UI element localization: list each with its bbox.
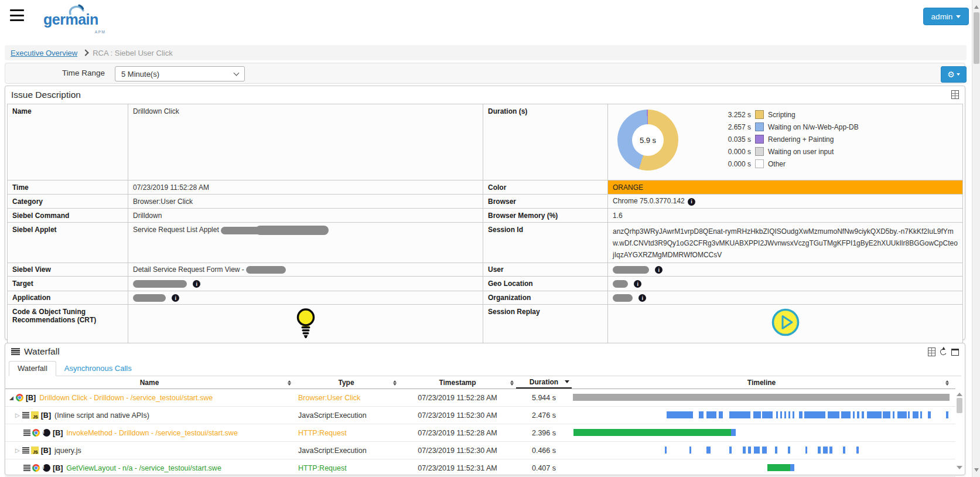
waterfall-panel-title: Waterfall bbox=[11, 346, 60, 357]
timeline-bar bbox=[743, 447, 746, 454]
export-icon[interactable] bbox=[951, 90, 959, 99]
tab-waterfall[interactable]: Waterfall bbox=[9, 361, 56, 376]
settings-button[interactable]: ⚙ bbox=[941, 66, 967, 83]
play-icon[interactable] bbox=[771, 308, 800, 337]
export-icon[interactable] bbox=[928, 347, 935, 356]
field-value-time: 07/23/2019 11:52:28 AM bbox=[128, 180, 483, 195]
timeline-bar bbox=[823, 447, 828, 454]
sort-icon bbox=[288, 379, 291, 387]
chrome-icon bbox=[16, 394, 23, 401]
page-scrollbar[interactable] bbox=[972, 0, 980, 477]
field-label-siebel-view: Siebel View bbox=[8, 263, 128, 277]
row-duration: 2.396 s bbox=[516, 429, 572, 437]
legend-value: 0.035 s bbox=[697, 135, 751, 144]
field-value-crt bbox=[128, 305, 483, 344]
maximize-icon[interactable] bbox=[951, 349, 959, 356]
timeline-bar bbox=[748, 447, 751, 454]
row-name-link[interactable]: InvokeMethod - Drilldown - /service_test… bbox=[66, 429, 237, 437]
timeline-bar bbox=[667, 411, 693, 418]
hamburger-menu-icon[interactable] bbox=[10, 9, 24, 21]
column-header-name[interactable]: Name bbox=[5, 376, 293, 389]
breadcrumb-link-executive-overview[interactable]: Executive Overview bbox=[11, 49, 77, 57]
field-value-browser: Chrome 75.0.3770.142 i bbox=[608, 195, 963, 209]
legend-label: Scripting bbox=[768, 111, 795, 119]
timeline-bar bbox=[665, 447, 667, 454]
timeline-bar bbox=[573, 394, 950, 401]
info-icon[interactable]: i bbox=[688, 198, 695, 206]
scrollbar-thumb[interactable] bbox=[957, 398, 962, 413]
column-header-timestamp[interactable]: Timestamp bbox=[399, 376, 516, 389]
tab-asynchronous-calls[interactable]: Asynchronous Calls bbox=[56, 362, 140, 376]
expand-caret-icon[interactable]: ▷ bbox=[15, 412, 20, 418]
redacted-text bbox=[133, 280, 187, 288]
row-timeline bbox=[572, 459, 951, 476]
table-row: ▷ JS [B] (Inline script and native APIs)… bbox=[5, 407, 955, 424]
lightbulb-icon[interactable] bbox=[295, 308, 317, 340]
admin-menu-button[interactable]: admin bbox=[923, 8, 969, 25]
timeline-bar bbox=[908, 411, 910, 418]
row-name-link[interactable]: jquery.js bbox=[54, 447, 81, 455]
legend-label: Rendering + Painting bbox=[768, 135, 834, 144]
logo-subtext: APM bbox=[94, 30, 105, 34]
row-name-link[interactable]: Drilldown Click - Drilldown - /service_t… bbox=[39, 394, 213, 402]
scroll-down-icon[interactable] bbox=[974, 468, 979, 474]
column-header-type[interactable]: Type bbox=[293, 376, 399, 389]
row-name-link[interactable]: GetViewLayout - n/a - /service_testoui/s… bbox=[66, 464, 221, 472]
info-icon[interactable]: i bbox=[634, 280, 641, 288]
row-timestamp: 07/23/2019 11:52:31 AM bbox=[399, 464, 516, 472]
time-range-select[interactable]: 5 Minute(s) bbox=[115, 66, 245, 81]
list-icon bbox=[23, 465, 30, 471]
row-timestamp: 07/23/2019 11:52:28 AM bbox=[399, 429, 516, 437]
germain-logo[interactable]: germain APM bbox=[43, 7, 108, 32]
browser-badge: [B] bbox=[53, 464, 63, 472]
timeline-bar bbox=[780, 411, 782, 418]
redacted-text bbox=[613, 280, 628, 288]
timeline-bar bbox=[767, 464, 791, 471]
chevron-down-icon bbox=[234, 70, 240, 76]
timeline-bar bbox=[843, 447, 845, 454]
waterfall-tabs: Waterfall Asynchronous Calls bbox=[9, 360, 961, 376]
timeline-bar bbox=[729, 411, 750, 418]
table-row: ▷ JS [B] jquery.js JavaScript:Execution … bbox=[5, 442, 955, 459]
chrome-icon bbox=[32, 429, 40, 437]
scroll-up-icon[interactable] bbox=[957, 390, 962, 396]
scroll-up-icon[interactable] bbox=[974, 3, 979, 9]
column-header-duration[interactable]: Duration bbox=[516, 376, 572, 389]
timeline-bar bbox=[829, 447, 832, 454]
field-label-category: Category bbox=[8, 195, 128, 209]
info-icon[interactable]: i bbox=[638, 294, 646, 302]
info-icon[interactable]: i bbox=[43, 464, 50, 472]
timeline-bar bbox=[893, 411, 895, 418]
timeline-bar bbox=[762, 411, 773, 418]
refresh-icon[interactable] bbox=[940, 348, 947, 356]
row-name-link[interactable]: (Inline script and native APIs) bbox=[54, 411, 149, 420]
timeline-bar bbox=[788, 447, 790, 454]
field-value-application: i bbox=[128, 291, 483, 305]
issue-panel-title: Issue Description bbox=[11, 90, 81, 100]
field-value-browser-memory: 1.6 bbox=[608, 209, 963, 223]
info-icon[interactable]: i bbox=[43, 429, 50, 437]
row-timeline bbox=[572, 389, 951, 406]
expand-caret-icon[interactable]: ▷ bbox=[15, 447, 20, 454]
timeline-bar bbox=[784, 411, 786, 418]
info-icon[interactable]: i bbox=[655, 266, 663, 274]
info-icon[interactable]: i bbox=[193, 280, 200, 288]
scrollbar-thumb[interactable] bbox=[974, 12, 979, 64]
row-name-cell: i [B] GetViewLayout - n/a - /service_tes… bbox=[5, 464, 293, 472]
legend-swatch bbox=[755, 147, 764, 156]
timeline-bar bbox=[897, 411, 907, 418]
info-icon[interactable]: i bbox=[172, 294, 179, 302]
timeline-bar bbox=[762, 447, 767, 454]
column-header-timeline[interactable]: Timeline bbox=[572, 376, 951, 389]
scroll-down-icon[interactable] bbox=[957, 466, 962, 472]
redacted-text bbox=[613, 294, 633, 302]
field-label-browser: Browser bbox=[483, 195, 608, 209]
timeline-bar bbox=[788, 411, 790, 418]
waterfall-scrollbar[interactable] bbox=[956, 390, 963, 472]
time-range-value: 5 Minute(s) bbox=[121, 70, 159, 79]
gear-icon: ⚙ bbox=[947, 70, 955, 79]
browser-badge: [B] bbox=[41, 411, 51, 420]
legend-item: 0.000 sWaiting on user input bbox=[697, 145, 859, 158]
field-value-siebel-applet: Service Request List Applet bbox=[128, 223, 483, 263]
expand-caret-icon[interactable]: ◢ bbox=[9, 395, 13, 401]
